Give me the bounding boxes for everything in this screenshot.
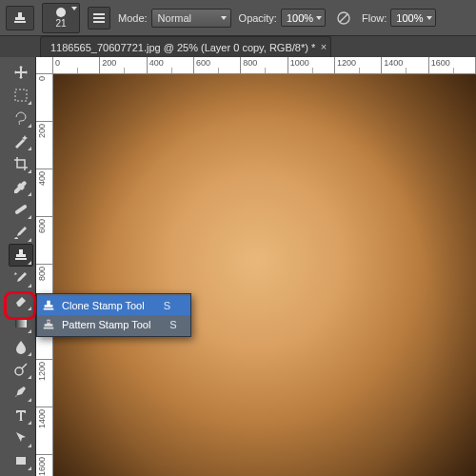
svg-rect-0 <box>93 13 105 15</box>
tool-move[interactable] <box>9 61 33 84</box>
opacity-value: 100% <box>287 12 313 24</box>
svg-rect-1 <box>93 17 105 19</box>
mode-dropdown[interactable]: Normal <box>151 9 231 28</box>
blur-icon <box>13 339 29 354</box>
tool-eyedropper[interactable] <box>9 175 33 198</box>
tool-dodge[interactable] <box>9 358 33 381</box>
context-item-clone-stamp[interactable]: Clone Stamp Tool S <box>37 296 190 315</box>
context-item-shortcut: S <box>169 319 176 330</box>
eraser-icon <box>13 293 29 308</box>
tool-eraser[interactable] <box>9 289 33 312</box>
brush-panel-toggle[interactable] <box>88 7 110 30</box>
band-aid-icon <box>13 202 29 217</box>
eyedropper-icon <box>13 179 29 194</box>
tool-pen[interactable] <box>9 381 33 404</box>
pressure-opacity-toggle[interactable] <box>333 8 354 29</box>
mode-label: Mode: <box>118 12 148 24</box>
tool-wand[interactable] <box>9 129 33 152</box>
svg-rect-4 <box>15 89 27 101</box>
context-item-label: Clone Stamp Tool <box>62 300 145 311</box>
workspace: 0 200 400 600 800 1000 1200 1400 1600 0 … <box>0 57 476 476</box>
brush-size-label: 21 <box>55 18 66 29</box>
canvas-area[interactable]: 0 200 400 600 800 1000 1200 1400 1600 0 … <box>36 57 476 476</box>
svg-rect-9 <box>47 321 50 324</box>
brush-icon <box>13 225 29 240</box>
mode-value: Normal <box>158 12 191 24</box>
svg-rect-6 <box>15 320 27 327</box>
flow-value: 100% <box>396 12 423 24</box>
stamp-icon <box>41 298 56 313</box>
pattern-stamp-icon <box>41 317 56 332</box>
tool-lasso[interactable] <box>9 107 33 129</box>
tool-marquee[interactable] <box>9 84 33 107</box>
document-tab-row: 1186565_70607721.jpg @ 25% (Layer 0 copy… <box>0 36 476 57</box>
gradient-icon <box>13 316 29 331</box>
svg-rect-2 <box>93 21 105 23</box>
tool-type[interactable] <box>9 404 33 426</box>
brush-panel-icon <box>91 10 107 26</box>
marquee-icon <box>13 88 29 103</box>
move-icon <box>13 65 29 80</box>
photo-content <box>53 74 476 476</box>
wand-icon <box>13 133 29 149</box>
tool-heal[interactable] <box>9 198 33 221</box>
stamp-icon <box>13 248 29 263</box>
document-tab-title: 1186565_70607721.jpg @ 25% (Layer 0 copy… <box>50 42 315 53</box>
tool-path[interactable] <box>9 426 33 449</box>
chevron-down-icon <box>221 16 227 20</box>
document-tab-close[interactable]: × <box>321 41 327 52</box>
svg-rect-8 <box>16 457 26 465</box>
pen-icon <box>13 385 29 400</box>
flow-field[interactable]: 100% <box>390 9 435 27</box>
chevron-down-icon <box>316 16 322 20</box>
opacity-field[interactable]: 100% <box>281 9 326 27</box>
tool-brush[interactable] <box>9 221 33 244</box>
tool-shape[interactable] <box>9 449 33 472</box>
context-item-pattern-stamp[interactable]: Pattern Stamp Tool S <box>37 315 190 334</box>
context-item-label: Pattern Stamp Tool <box>62 319 150 330</box>
tool-crop[interactable] <box>9 152 33 175</box>
context-item-shortcut: S <box>164 300 170 311</box>
brush-preview-dot <box>56 8 66 17</box>
chevron-down-icon <box>426 16 432 20</box>
type-icon <box>13 407 29 423</box>
rectangle-icon <box>13 453 29 468</box>
flow-label: Flow: <box>362 12 387 24</box>
ruler-horizontal[interactable]: 0 200 400 600 800 1000 1200 1400 1600 <box>53 57 476 74</box>
opacity-label: Opacity: <box>239 12 277 24</box>
tool-gradient[interactable] <box>9 312 33 335</box>
options-bar: 21 Mode: Normal Opacity: 100% Flow: 100% <box>0 0 476 36</box>
document-canvas[interactable] <box>53 74 476 476</box>
ruler-vertical[interactable]: 0 200 400 600 800 1000 1200 1400 1600 <box>36 74 53 476</box>
opacity-group: Opacity: 100% <box>239 6 327 30</box>
tool-history-brush[interactable] <box>9 267 33 289</box>
dodge-icon <box>13 362 29 377</box>
brush-preset-picker[interactable]: 21 <box>42 3 80 33</box>
svg-rect-5 <box>14 204 28 214</box>
tools-panel <box>6 57 36 476</box>
stamp-icon <box>12 10 28 26</box>
ruler-origin[interactable] <box>36 57 53 74</box>
tool-blur[interactable] <box>9 335 33 358</box>
mode-group: Mode: Normal <box>118 6 231 30</box>
tool-preset-picker[interactable] <box>6 6 34 30</box>
crop-icon <box>13 156 29 171</box>
stamp-tool-flyout: Clone Stamp Tool S Pattern Stamp Tool S <box>36 293 191 337</box>
path-arrow-icon <box>13 430 29 446</box>
document-tab[interactable]: 1186565_70607721.jpg @ 25% (Layer 0 copy… <box>40 36 331 57</box>
history-brush-icon <box>13 270 29 286</box>
svg-point-7 <box>15 367 23 375</box>
chevron-down-icon <box>71 7 77 10</box>
tablet-pressure-icon <box>335 10 352 27</box>
lasso-icon <box>13 110 29 126</box>
flow-group: Flow: 100% <box>362 6 435 30</box>
tool-stamp[interactable] <box>9 244 33 267</box>
